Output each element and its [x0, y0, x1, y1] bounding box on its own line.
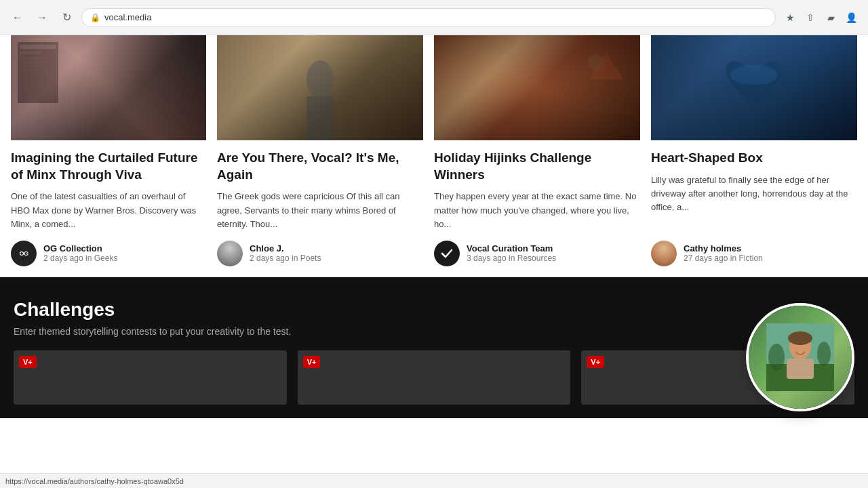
article-meta-vocal: Chloe J. 2 days ago in Poets [217, 241, 423, 266]
avatar-og: OG [11, 241, 37, 266]
svg-rect-5 [20, 65, 46, 67]
svg-rect-0 [18, 42, 58, 103]
svg-point-18 [768, 344, 785, 371]
share-button[interactable]: ⇧ [802, 9, 819, 26]
svg-rect-8 [307, 96, 334, 140]
bookmark-button[interactable]: ★ [781, 9, 799, 26]
article-image-holiday [434, 35, 640, 140]
articles-grid: Imagining the Curtailed Future of Minx T… [0, 35, 868, 277]
challenge-card-2[interactable]: V+ [298, 350, 571, 405]
reload-button[interactable]: ↻ [57, 8, 76, 27]
browser-extensions: ★ ⇧ ▰ 👤 [781, 9, 860, 26]
article-title-vocal: Are You There, Vocal? It's Me, Again [217, 150, 423, 183]
challenges-section: Challenges Enter themed storytelling con… [0, 277, 868, 418]
challenge-card-1[interactable]: V+ [14, 350, 287, 405]
status-url: https://vocal.media/authors/cathy-holmes… [5, 477, 184, 485]
article-title-holiday: Holiday Hijinks Challenge Winners [434, 150, 640, 183]
svg-point-7 [307, 60, 334, 98]
forward-button[interactable]: → [33, 8, 52, 27]
article-meta-box: Cathy holmes 27 days ago in Fiction [651, 241, 857, 266]
article-card-holiday[interactable]: Holiday Hijinks Challenge Winners They h… [434, 35, 651, 277]
svg-rect-4 [20, 61, 44, 63]
article-card-box[interactable]: Heart-Shaped Box Lilly was grateful to f… [651, 35, 868, 277]
main-content: Imagining the Curtailed Future of Minx T… [0, 35, 868, 488]
article-image-vocal [217, 35, 423, 140]
avatar-vocal-team [434, 241, 460, 266]
svg-rect-6 [20, 69, 37, 71]
vplus-badge-2: V+ [303, 356, 321, 368]
date-category-box: 27 days ago in Fiction [684, 253, 763, 263]
challenge-cards: V+ V+ V+ [14, 350, 854, 405]
article-image-box [651, 35, 857, 140]
article-title-minx: Imagining the Curtailed Future of Minx T… [11, 150, 206, 183]
svg-rect-1 [20, 45, 56, 49]
article-card-minx[interactable]: Imagining the Curtailed Future of Minx T… [0, 35, 217, 277]
svg-rect-2 [20, 52, 41, 54]
article-excerpt-holiday: They happen every year at the exact same… [434, 190, 640, 230]
author-info-vocal: Chloe J. 2 days ago in Poets [250, 243, 321, 263]
author-info-holiday: Vocal Curation Team 3 days ago in Resour… [467, 243, 556, 263]
date-category-holiday: 3 days ago in Resources [467, 253, 556, 263]
challenges-subtitle: Enter themed storytelling contests to pu… [14, 326, 854, 337]
date-category-minx: 2 days ago in Geeks [43, 253, 117, 263]
lock-icon: 🔒 [90, 13, 100, 22]
svg-point-19 [817, 342, 831, 366]
svg-rect-3 [20, 57, 47, 59]
author-info-minx: OG Collection 2 days ago in Geeks [43, 243, 117, 263]
status-bar: https://vocal.media/authors/cathy-holmes… [0, 473, 868, 488]
author-name-minx: OG Collection [43, 243, 117, 253]
article-title-box: Heart-Shaped Box [651, 150, 857, 167]
url-text: vocal.media [104, 12, 151, 22]
article-excerpt-box: Lilly was grateful to finally see the ed… [651, 174, 857, 231]
address-bar[interactable]: 🔒 vocal.media [81, 8, 776, 27]
floating-profile [746, 303, 854, 411]
profile-button[interactable]: 👤 [842, 9, 860, 26]
article-excerpt-vocal: The Greek gods were capricious Of this a… [217, 190, 423, 230]
vplus-badge-1: V+ [19, 356, 37, 368]
profile-image [749, 306, 852, 409]
svg-point-17 [788, 331, 812, 345]
article-image-minx [11, 35, 206, 140]
svg-point-11 [730, 64, 778, 85]
article-card-vocal[interactable]: Are You There, Vocal? It's Me, Again The… [217, 35, 434, 277]
author-name-box: Cathy holmes [684, 243, 763, 253]
avatar-chloe [217, 241, 243, 266]
vplus-badge-3: V+ [587, 356, 604, 368]
browser-toolbar: ← → ↻ 🔒 vocal.media ★ ⇧ ▰ 👤 [0, 0, 868, 35]
article-meta-minx: OG OG Collection 2 days ago in Geeks [11, 241, 206, 266]
challenges-title: Challenges [14, 299, 854, 321]
avatar-cathy [651, 241, 677, 266]
author-info-box: Cathy holmes 27 days ago in Fiction [684, 243, 763, 263]
date-category-vocal: 2 days ago in Poets [250, 253, 321, 263]
author-name-holiday: Vocal Curation Team [467, 243, 556, 253]
author-name-vocal: Chloe J. [250, 243, 321, 253]
back-button[interactable]: ← [8, 8, 27, 27]
article-excerpt-minx: One of the latest casualties of an overh… [11, 190, 206, 230]
article-meta-holiday: Vocal Curation Team 3 days ago in Resour… [434, 241, 640, 266]
extensions-button[interactable]: ▰ [822, 9, 840, 26]
svg-point-10 [588, 54, 604, 70]
svg-rect-16 [787, 359, 814, 379]
svg-marker-9 [589, 52, 623, 79]
